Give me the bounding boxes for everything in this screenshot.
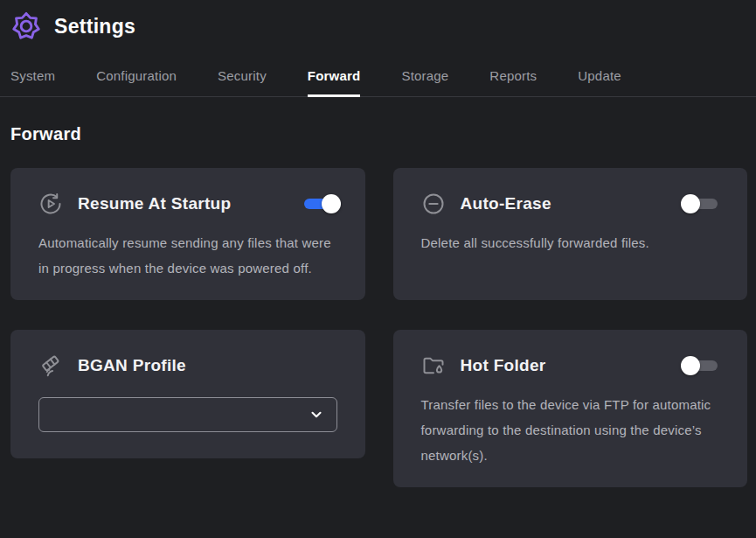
card-title-row: Resume At Startup — [38, 192, 337, 216]
app-header: Settings — [0, 0, 756, 51]
tab-forward[interactable]: Forward — [308, 63, 361, 97]
card-title-row: BGAN Profile — [38, 353, 337, 378]
card-description: Transfer files to the device via FTP for… — [421, 392, 720, 468]
tab-system[interactable]: System — [10, 63, 55, 97]
tab-storage[interactable]: Storage — [401, 63, 448, 97]
tab-security[interactable]: Security — [218, 63, 267, 97]
settings-cards-grid: Resume At Startup Automatically resume s… — [10, 168, 747, 487]
card-title: Auto-Erase — [461, 194, 551, 213]
card-title: Resume At Startup — [78, 194, 231, 213]
auto-erase-toggle[interactable] — [684, 193, 719, 214]
bgan-profile-select[interactable] — [38, 397, 337, 432]
satellite-icon — [38, 353, 63, 378]
card-bgan-profile: BGAN Profile — [10, 330, 365, 458]
card-title: Hot Folder — [461, 356, 546, 375]
card-title-row: Auto-Erase — [421, 192, 720, 216]
card-hot-folder: Hot Folder Transfer files to the device … — [393, 330, 748, 487]
resume-icon — [38, 192, 63, 216]
toggle-knob — [681, 194, 700, 213]
hot-folder-icon — [421, 353, 446, 378]
tab-update[interactable]: Update — [578, 63, 621, 97]
card-resume-at-startup: Resume At Startup Automatically resume s… — [10, 168, 365, 300]
card-description: Delete all successfully forwarded files. — [421, 230, 720, 255]
minus-circle-icon — [421, 192, 446, 216]
page-title: Forward — [10, 124, 746, 144]
card-description: Automatically resume sending any files t… — [38, 230, 337, 281]
gear-icon — [10, 10, 42, 42]
card-title: BGAN Profile — [78, 356, 186, 375]
app-title: Settings — [54, 15, 135, 38]
hot-folder-toggle[interactable] — [684, 355, 719, 376]
toggle-knob — [681, 356, 700, 375]
card-auto-erase: Auto-Erase Delete all successfully forwa… — [393, 168, 748, 300]
toggle-knob — [322, 194, 341, 213]
resume-at-startup-toggle[interactable] — [302, 193, 337, 214]
settings-tabbar: System Configuration Security Forward St… — [0, 63, 756, 97]
tab-configuration[interactable]: Configuration — [96, 63, 177, 97]
card-title-row: Hot Folder — [421, 353, 720, 378]
chevron-down-icon — [309, 407, 324, 423]
tab-reports[interactable]: Reports — [489, 63, 537, 97]
